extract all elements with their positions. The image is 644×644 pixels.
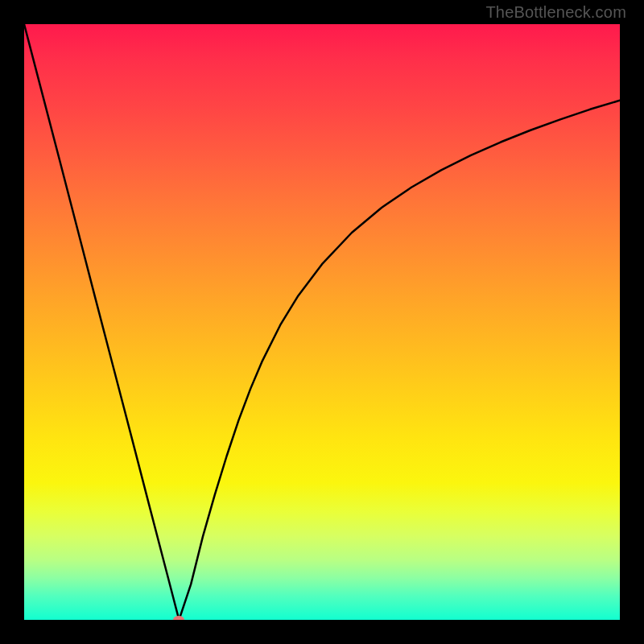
curve-layer (24, 24, 620, 620)
bottleneck-curve (24, 24, 620, 620)
plot-area (24, 24, 620, 620)
chart-frame: TheBottleneck.com (0, 0, 644, 644)
watermark-text: TheBottleneck.com (485, 3, 626, 22)
vertex-marker (173, 616, 184, 620)
